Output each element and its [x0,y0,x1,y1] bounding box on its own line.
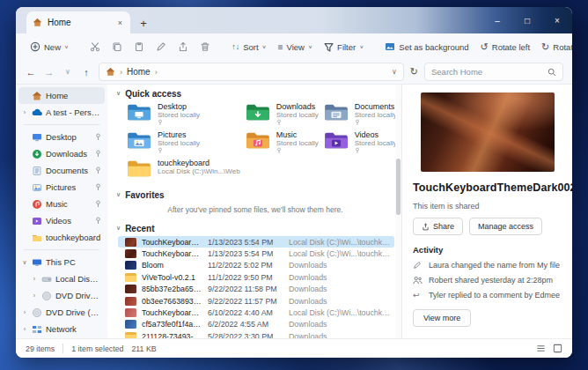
sidebar-item-dvd-drive-1[interactable]: › DVD Drive (D:) CC [18,287,105,304]
view-more-button[interactable]: View more [413,309,471,327]
tab-home[interactable]: Home × [26,11,130,33]
breadcrumb-home[interactable]: Home [127,67,151,77]
recent-file-row[interactable]: TouchKeyboardThemeDark003 1/13/2023 5:54… [118,248,394,259]
sidebar-item-home[interactable]: Home [18,87,105,104]
up-button[interactable]: ↑ [80,67,92,78]
file-name: TouchKeyboardThemeLight003 [142,308,202,317]
chevron-right-icon: › [120,68,122,77]
scrollbar-thumb[interactable] [396,159,401,215]
quick-access-tile-music[interactable]: Music Stored locally [246,130,319,157]
chevron-down-icon[interactable]: ∨ [21,259,28,266]
recent-file-row[interactable]: 0b3ee7663893cae75e9bd310aee59b70d78cc426… [118,295,394,307]
file-date: 9/22/2022 11:57 PM [208,297,283,306]
status-divider [62,344,63,353]
quick-access-tile-desktop[interactable]: Desktop Stored locally [127,102,240,129]
chevron-right-icon[interactable]: › [21,309,28,315]
sort-button[interactable]: ↑↓ Sort ∨ [226,39,272,56]
address-dropdown-icon[interactable]: ∨ [392,68,397,76]
section-favorites[interactable]: ∨ Favorites [116,189,394,201]
sidebar-item-desktop[interactable]: Desktop [18,129,105,145]
sidebar-item-downloads[interactable]: Downloads [18,145,105,162]
recent-locations-button[interactable]: ∨ [62,68,74,76]
sidebar-item-documents[interactable]: Documents [18,162,105,179]
refresh-button[interactable]: ↻ [410,66,418,78]
set-as-background-button[interactable]: Set as background [379,38,474,56]
tile-subtitle: Stored locally [276,111,319,119]
quick-access-tile-touchkeyboard[interactable]: touchkeyboard Local Disk (C:)\Win...\Web [127,159,240,185]
sidebar-item-network[interactable]: › Network [18,321,105,337]
section-quick-access[interactable]: ∨ Quick access [116,87,394,100]
recent-file-row[interactable]: TouchKeyboardThemeLight003 6/10/2022 4:4… [118,307,394,318]
file-location: Local Disk (C:)\Wi...\touchkeyboard [289,249,393,258]
chevron-down-icon[interactable]: ∨ [116,225,121,232]
pin-icon [276,119,319,126]
sidebar-item-dvd-drive-2[interactable]: › DVD Drive (D:) CCC [18,304,105,321]
maximize-button[interactable]: □ [512,7,542,33]
search-input[interactable]: Search Home [424,63,563,81]
file-location: Downloads [289,320,393,329]
view-button[interactable]: ≡ View ∨ [273,39,318,56]
breadcrumb[interactable]: › Home › ∨ [99,63,404,81]
pin-icon [355,147,397,154]
chevron-down-icon[interactable]: ∨ [116,90,121,97]
filter-button[interactable]: Filter ∨ [319,39,369,56]
sidebar-item-onedrive[interactable]: › A test - Personal [18,104,105,121]
file-location: Downloads [289,273,393,282]
sidebar-item-music[interactable]: Music [18,196,105,212]
chevron-down-icon[interactable]: ∨ [116,191,121,198]
sidebar-item-touchkeyboard[interactable]: touchkeyboard [18,229,105,246]
minimize-button[interactable]: – [482,7,512,33]
share-button[interactable] [173,38,194,56]
quick-access-tile-downloads[interactable]: Downloads Stored locally [246,102,319,129]
chevron-right-icon[interactable]: › [21,109,28,115]
sidebar-item-label: DVD Drive (D:) CCC [46,307,102,317]
back-button[interactable]: ← [25,67,37,78]
paste-button[interactable] [129,38,150,56]
tab-close-icon[interactable]: × [116,18,124,27]
share-button[interactable]: Share [413,218,463,235]
rotate-left-button[interactable]: ↺ Rotate left [475,38,536,56]
chevron-right-icon[interactable]: › [21,326,28,332]
desktop-folder-icon [127,103,151,122]
recent-file-row[interactable]: Bloom 11/2/2022 5:02 PM Downloads [118,260,394,271]
manage-access-button[interactable]: Manage access [469,218,542,235]
rotate-right-button[interactable]: ↻ Rotate right [536,38,572,56]
details-view-toggle-icon[interactable] [536,344,546,353]
pin-icon [158,147,200,154]
copy-button[interactable] [107,38,128,56]
large-icons-view-toggle-icon[interactable] [553,344,562,353]
rotate-right-label: Rotate right [553,42,572,52]
file-date: 1/13/2023 5:54 PM [208,238,283,247]
tile-name: Documents [355,102,397,111]
sidebar-item-videos[interactable]: Videos [18,212,105,229]
delete-button[interactable] [195,38,216,56]
quick-access-tile-documents[interactable]: Documents Stored locally [324,102,397,129]
forward-button[interactable]: → [43,67,55,78]
window-controls: – □ × [482,7,572,33]
recent-file-row[interactable]: 85bb37e2ba65556f7da07047bab330e3534c80a2… [118,284,394,295]
status-bar: 29 items 1 item selected 211 KB [16,338,572,358]
documents-folder-icon [324,103,349,122]
chevron-right-icon[interactable]: › [31,292,38,299]
music-icon [32,199,42,210]
recent-file-row[interactable]: cf5a73fe0f1f4a0cd58a38b04219a0167354f87f… [118,319,394,330]
rename-activity-icon [413,261,423,270]
recent-file-row[interactable]: ViVeTool-v0.2.1 11/1/2022 9:50 PM Downlo… [118,271,394,283]
recent-file-row[interactable]: TouchKeyboardThemeDark002 1/13/2023 5:54… [118,236,394,248]
sidebar-item-this-pc[interactable]: ∨ This PC [18,254,105,270]
quick-access-tile-videos[interactable]: Videos Stored locally [324,130,397,157]
new-button[interactable]: New ∨ [25,38,74,56]
section-recent[interactable]: ∨ Recent [116,222,394,234]
new-tab-button[interactable]: + [134,13,153,33]
vertical-scrollbar[interactable] [395,85,401,338]
close-button[interactable]: × [542,7,572,33]
quick-access-tile-pictures[interactable]: Pictures Stored locally [127,130,240,157]
chevron-right-icon[interactable]: › [31,276,38,282]
pin-icon [95,150,102,158]
sidebar-item-label: Downloads [46,149,87,159]
sidebar-item-pictures[interactable]: Pictures [18,179,105,196]
recent-file-row[interactable]: 211128-73493-ConfigContextData 5/28/2022… [118,330,394,338]
rename-button[interactable] [151,38,172,56]
cut-button[interactable] [85,38,106,56]
sidebar-item-local-disk-c[interactable]: › Local Disk (C:) [18,270,105,287]
